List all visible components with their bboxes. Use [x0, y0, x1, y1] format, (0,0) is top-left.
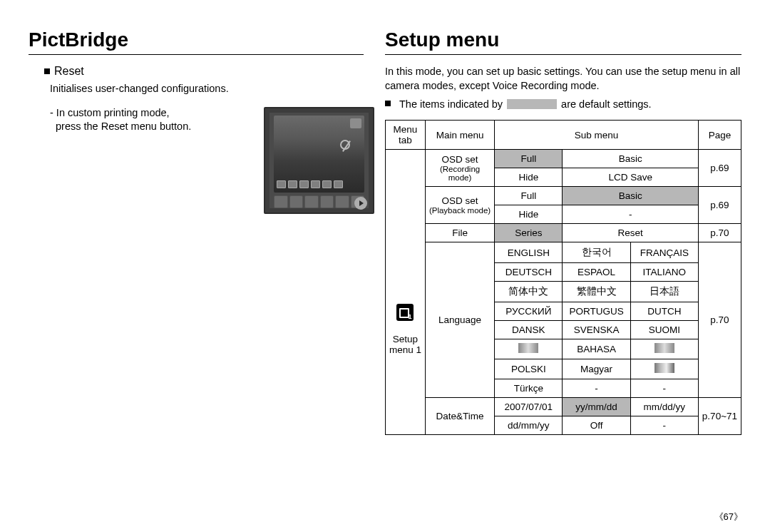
file-reset: Reset — [563, 224, 698, 242]
hdr-menu-tab: Menu tab — [386, 121, 426, 150]
date-cell: yy/mm/dd — [563, 398, 630, 416]
lang-cell: ESPAOL — [563, 263, 630, 282]
divider — [385, 54, 741, 55]
osd-rec-hide: Hide — [495, 168, 563, 187]
lang-cell: BAHASA — [563, 339, 630, 359]
pictbridge-heading: PictBridge — [29, 29, 364, 51]
lang-cell — [630, 339, 698, 359]
lang-cell: FRANÇAIS — [630, 242, 698, 263]
date-cell: mm/dd/yy — [630, 398, 698, 416]
lang-cell — [630, 359, 698, 379]
osd-play-hide: Hide — [495, 205, 563, 224]
legend-text-before: The items indicated by — [399, 98, 503, 110]
reset-description: Initialises user-changed configurations. — [50, 82, 364, 96]
flag-icon — [654, 363, 674, 373]
osd-play-dash: - — [563, 205, 698, 224]
hdr-page: Page — [698, 121, 741, 150]
file-label: File — [425, 224, 494, 242]
flag-icon — [518, 343, 538, 353]
datetime-page: p.70~71 — [698, 398, 741, 435]
lang-cell: - — [630, 379, 698, 398]
menu-tab-label: Setup menu 1 — [389, 334, 421, 355]
menu-tab-cell: Setup menu 1 — [386, 150, 426, 435]
square-bullet-icon — [385, 101, 391, 106]
lang-cell: SUOMI — [630, 321, 698, 339]
date-cell: 2007/07/01 — [495, 398, 563, 416]
lang-cell: Türkçe — [495, 379, 563, 398]
flag-icon — [654, 343, 674, 353]
osd-play-full: Full — [495, 187, 563, 205]
page-number: 《67》 — [714, 511, 743, 523]
osd-play-basic: Basic — [563, 187, 698, 205]
setup-menu-table: Menu tab Main menu Sub menu Page Setup m… — [385, 120, 741, 435]
lang-cell: 简体中文 — [495, 282, 563, 302]
legend-text-after: are default settings. — [561, 98, 652, 110]
screen-button-row — [274, 195, 364, 208]
default-legend: The items indicated by are default setti… — [385, 98, 741, 110]
table-header-row: Menu tab Main menu Sub menu Page — [386, 121, 741, 150]
hdr-sub-menu: Sub menu — [495, 121, 699, 150]
lang-cell — [495, 339, 563, 359]
play-icon — [354, 197, 367, 210]
setup-intro: In this mode, you can set up basic setti… — [385, 65, 741, 93]
setup-menu-heading: Setup menu — [385, 29, 741, 51]
lang-cell: POLSKI — [495, 359, 563, 379]
table-row: Date&Time 2007/07/01 yy/mm/dd mm/dd/yy p… — [386, 398, 741, 416]
divider — [29, 54, 364, 55]
file-series: Series — [495, 224, 563, 242]
lang-cell: DUTCH — [630, 302, 698, 321]
reset-label: Reset — [54, 65, 84, 77]
lang-cell: ENGLISH — [495, 242, 563, 263]
language-page: p.70 — [698, 242, 741, 398]
lang-cell: 日本語 — [630, 282, 698, 302]
osd-rec-lcd: LCD Save — [563, 168, 698, 187]
hdr-main-menu: Main menu — [425, 121, 494, 150]
table-row: Language ENGLISH 한국어 FRANÇAIS p.70 — [386, 242, 741, 263]
table-row: File Series Reset p.70 — [386, 224, 741, 242]
table-row: Setup menu 1 OSD set (Recording mode) Fu… — [386, 150, 741, 168]
battery-icon — [350, 118, 361, 128]
osd-play-label: OSD set (Playback mode) — [425, 187, 494, 224]
thumbnail-strip — [277, 180, 343, 188]
lang-cell: SVENSKA — [563, 321, 630, 339]
osd-rec-page: p.69 — [698, 150, 741, 187]
lang-cell: 繁體中文 — [563, 282, 630, 302]
square-bullet-icon — [44, 68, 50, 74]
osd-rec-label: OSD set (Recording mode) — [425, 150, 494, 187]
screen-preview-area — [274, 116, 364, 193]
date-cell: dd/mm/yy — [495, 416, 563, 435]
default-swatch-icon — [507, 99, 557, 109]
lang-cell: PORTUGUS — [563, 302, 630, 321]
date-cell: - — [630, 416, 698, 435]
lang-cell: 한국어 — [563, 242, 630, 263]
date-cell: Off — [563, 416, 630, 435]
lang-cell: ITALIANO — [630, 263, 698, 282]
camera-screen-graphic — [264, 107, 374, 214]
osd-rec-full: Full — [495, 150, 563, 168]
reset-section-title: Reset — [44, 65, 364, 78]
datetime-label: Date&Time — [425, 398, 494, 435]
lang-cell: РУССКИЙ — [495, 302, 563, 321]
no-print-icon — [340, 140, 350, 150]
osd-play-page: p.69 — [698, 187, 741, 224]
lang-cell: Magyar — [563, 359, 630, 379]
lang-cell: - — [563, 379, 630, 398]
language-label: Language — [425, 242, 494, 398]
osd-rec-basic: Basic — [563, 150, 698, 168]
lang-cell: DEUTSCH — [495, 263, 563, 282]
lang-cell: DANSK — [495, 321, 563, 339]
file-page: p.70 — [698, 224, 741, 242]
table-row: OSD set (Playback mode) Full Basic p.69 — [386, 187, 741, 205]
setup-menu-icon — [396, 304, 414, 321]
